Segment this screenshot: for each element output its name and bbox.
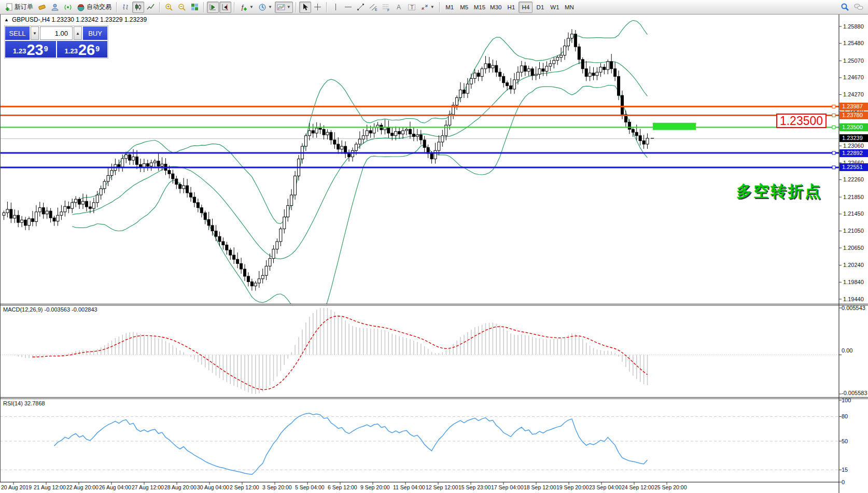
buy-price-pip: 9 — [95, 41, 100, 57]
templates-button[interactable]: ▼ — [275, 2, 293, 13]
svg-text:E: E — [375, 8, 377, 11]
volume-increase-button[interactable]: ▲ — [74, 26, 82, 40]
chat-icon — [854, 3, 863, 11]
svg-text:A: A — [397, 4, 401, 11]
crosshair-icon — [314, 3, 321, 11]
main-toolbar: 新订单 自动交易 — [0, 0, 868, 15]
toolbar-separator — [203, 2, 204, 12]
timeframe-m15[interactable]: M15 — [472, 2, 487, 13]
profile-button[interactable] — [49, 2, 61, 13]
time-tick-label: 25 Sep 20:00 — [654, 484, 687, 490]
time-tick-label: 28 Aug 20:00 — [164, 484, 197, 490]
price-tick-label: 1.20650 — [843, 245, 864, 251]
price-callout-label[interactable]: 1.23500 — [776, 114, 827, 128]
chart-header: ▲ GBPUSD-,H4 1.23230 1.23242 1.23229 1.2… — [4, 16, 147, 23]
equidistant-channel-button[interactable]: E — [367, 2, 380, 13]
price-tick-label: 1.21850 — [843, 194, 864, 200]
timeframe-h1[interactable]: H1 — [504, 2, 518, 13]
price-tick-label: 1.24270 — [843, 91, 864, 97]
periods-button[interactable]: ▼ — [256, 2, 274, 13]
text-button[interactable]: A — [393, 2, 405, 13]
rsi-scale-label: 50 — [842, 438, 848, 444]
search-icon — [841, 3, 849, 11]
buy-price[interactable]: 1.23 26 9 — [57, 41, 108, 58]
time-tick-label: 2 Sep 12:00 — [230, 484, 259, 490]
line-chart-button[interactable] — [145, 2, 157, 13]
collapse-trade-panel-icon[interactable]: ▲ — [4, 17, 9, 22]
timeframe-m1[interactable]: M1 — [443, 2, 457, 13]
horizontal-line-button[interactable] — [342, 2, 354, 13]
price-marker-label: 1.23500 — [839, 123, 868, 131]
cursor-button[interactable] — [299, 2, 311, 13]
fibonacci-button[interactable]: F — [380, 2, 393, 13]
equidistant-channel-icon: E — [369, 3, 377, 11]
price-tick-label: 1.25880 — [843, 23, 864, 30]
time-tick-label: 17 Sep 04:00 — [491, 484, 523, 490]
time-tick-label: 20 Aug 2019 — [1, 484, 32, 490]
text-label-button[interactable]: T — [405, 2, 418, 13]
rsi-scale-label: 80 — [842, 413, 848, 419]
chart-shift-button[interactable] — [219, 2, 231, 13]
new-order-button[interactable]: 新订单 — [3, 2, 35, 13]
time-tick-label: 5 Sep 04:00 — [295, 484, 325, 490]
turning-point-annotation[interactable]: 多空转折点 — [736, 181, 822, 202]
timeframe-mn[interactable]: MN — [562, 2, 576, 13]
tile-windows-icon — [191, 3, 199, 11]
time-tick-label: 3 Sep 20:00 — [262, 484, 292, 490]
vertical-line-icon — [332, 3, 340, 11]
price-tick-label: 1.19440 — [843, 296, 864, 302]
fibonacci-icon: F — [382, 3, 390, 11]
line-chart-icon — [147, 3, 155, 11]
price-tick-label: 1.25480 — [843, 40, 864, 46]
price-marker-label: 1.23987 — [839, 103, 868, 110]
toolbar-separator — [439, 2, 440, 12]
timeframe-w1[interactable]: W1 — [548, 2, 562, 13]
svg-text:T: T — [410, 5, 413, 10]
crosshair-button[interactable] — [312, 2, 324, 13]
time-tick-label: 15 Sep 23:00 — [458, 484, 491, 490]
auto-scroll-button[interactable] — [207, 2, 219, 13]
timeframe-h4[interactable]: H4 — [519, 2, 533, 13]
search-button[interactable] — [838, 2, 851, 13]
price-tick-label: 1.19840 — [843, 279, 864, 285]
bar-chart-button[interactable] — [120, 2, 132, 13]
auto-trading-button[interactable]: 自动交易 — [75, 2, 114, 13]
sell-price[interactable]: 1.23 23 9 — [5, 41, 56, 58]
chat-button[interactable] — [852, 2, 865, 13]
price-tick-label: 1.21450 — [843, 210, 864, 217]
price-chart-canvas[interactable] — [0, 0, 868, 493]
profile-icon — [51, 3, 59, 11]
toolbar-separator — [116, 2, 117, 12]
sell-button[interactable]: SELL — [5, 26, 30, 40]
zoom-in-icon — [165, 3, 173, 11]
zoom-in-button[interactable] — [163, 2, 175, 13]
buy-button[interactable]: BUY — [83, 26, 107, 40]
trendline-button[interactable] — [355, 2, 367, 13]
shapes-button[interactable]: ▼ — [418, 2, 437, 13]
tile-windows-button[interactable] — [189, 2, 201, 13]
time-tick-label: 23 Sep 04:00 — [589, 484, 621, 490]
macd-axis-zero: 0.00 — [842, 347, 852, 354]
signal-icon — [64, 3, 72, 11]
horizontal-line-icon — [344, 3, 352, 11]
chevron-down-icon: ▼ — [430, 5, 435, 9]
rsi-scale-label: 100 — [842, 397, 851, 403]
rsi-scale-label: 15 — [842, 467, 848, 473]
timeframe-m5[interactable]: M5 — [457, 2, 471, 13]
time-tick-label: 30 Aug 04:00 — [197, 484, 229, 490]
volume-decrease-button[interactable]: ▼ — [31, 26, 39, 40]
vertical-line-button[interactable] — [330, 2, 342, 13]
volume-input[interactable]: 1.00 — [40, 26, 73, 40]
auto-trading-label: 自动交易 — [87, 3, 111, 11]
timeframe-m30[interactable]: M30 — [488, 2, 503, 13]
buy-price-main: 26 — [78, 43, 95, 57]
time-tick-label: 27 Aug 12:00 — [132, 484, 164, 490]
price-marker-label: 1.23239 — [839, 134, 868, 142]
candlestick-chart-icon — [134, 3, 142, 11]
indicators-button[interactable]: ƒ ▼ — [237, 2, 256, 13]
eraser-button[interactable] — [36, 2, 48, 13]
candlestick-chart-button[interactable] — [132, 2, 144, 13]
signal-button[interactable] — [62, 2, 74, 13]
timeframe-d1[interactable]: D1 — [533, 2, 547, 13]
zoom-out-button[interactable] — [176, 2, 188, 13]
